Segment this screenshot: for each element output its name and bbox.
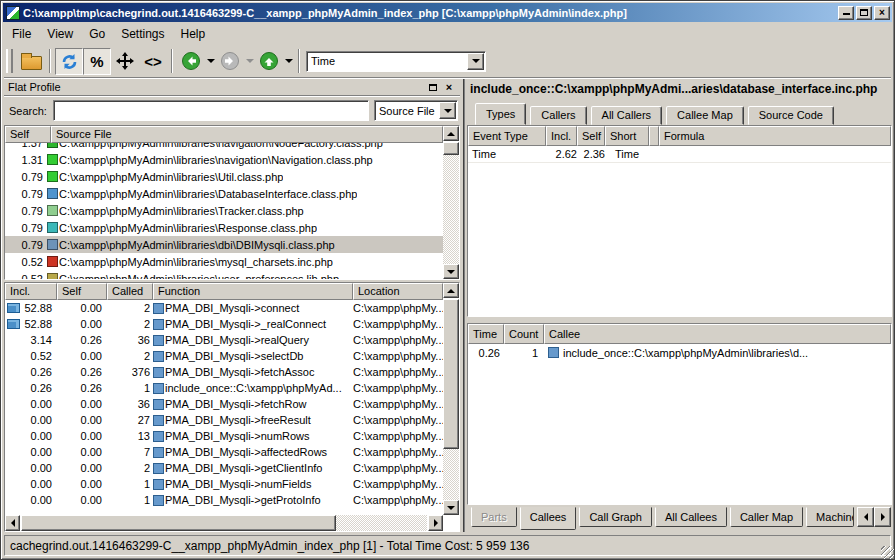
column-header-called[interactable]: Called	[107, 283, 153, 300]
scroll-up-button[interactable]	[443, 126, 459, 141]
column-header-incl[interactable]: Incl.	[5, 283, 57, 300]
function-icon	[153, 495, 164, 506]
column-header-count[interactable]: Count	[504, 324, 544, 344]
tab-parts: Parts	[471, 507, 517, 527]
column-header-self[interactable]: Self	[577, 126, 605, 146]
minimize-button[interactable]	[838, 6, 854, 20]
function-row[interactable]: 0.260.26376PMA_DBI_Mysqli->fetchAssocC:\…	[5, 364, 443, 380]
tab-scroll-right-button[interactable]	[874, 507, 891, 527]
tab-scroll-left-button[interactable]	[857, 507, 874, 527]
column-header-source-file[interactable]: Source File	[51, 126, 443, 143]
column-header-short[interactable]: Short	[605, 126, 649, 146]
function-row[interactable]: 0.000.0036PMA_DBI_Mysqli->fetchRowC:\xam…	[5, 396, 443, 412]
close-panel-button[interactable]: ×	[442, 81, 456, 94]
close-button[interactable]: ×	[874, 6, 890, 20]
column-header-time[interactable]: Time	[468, 324, 504, 344]
source-row[interactable]: 0.79C:\xampp\phpMyAdmin\libraries\Tracke…	[5, 202, 443, 219]
scroll-up-button[interactable]	[443, 283, 459, 298]
toolbar-drag-handle[interactable]	[6, 49, 13, 73]
flat-profile-panel: Flat Profile × Search: Source File Self …	[4, 79, 460, 532]
column-header-self[interactable]: Self	[57, 283, 107, 300]
function-row[interactable]: 0.000.001PMA_DBI_Mysqli->getProtoInfoC:\…	[5, 492, 443, 508]
forward-button[interactable]	[216, 48, 244, 75]
function-row[interactable]: 0.260.261include_once::C:\xampp\phpMyAd.…	[5, 380, 443, 396]
tab-all-callees[interactable]: All Callees	[655, 507, 727, 527]
tab-callee-map[interactable]: Callee Map	[666, 106, 744, 125]
scroll-thumb[interactable]	[21, 515, 336, 531]
back-dropdown[interactable]	[205, 48, 216, 75]
open-button[interactable]	[17, 48, 45, 75]
menu-view[interactable]: View	[39, 25, 81, 43]
function-row[interactable]: 0.520.002PMA_DBI_Mysqli->selectDbC:\xamp…	[5, 348, 443, 364]
tab-source-code[interactable]: Source Code	[748, 106, 834, 125]
event-type-combobox[interactable]: Time	[306, 51, 486, 72]
function-row[interactable]: 0.000.007PMA_DBI_Mysqli->affectedRowsC:\…	[5, 444, 443, 460]
source-row[interactable]: 0.79C:\xampp\phpMyAdmin\libraries\Util.c…	[5, 168, 443, 185]
source-row[interactable]: 1.37C:\xampp\phpMyAdmin\libraries\naviga…	[5, 143, 443, 151]
event-type-row[interactable]: Time 2.62 2.36 Time	[468, 146, 891, 163]
column-header-function[interactable]: Function	[153, 283, 353, 300]
tab-call-graph[interactable]: Call Graph	[579, 507, 652, 527]
source-list-header: Self Source File	[5, 126, 443, 143]
column-header-event-type[interactable]: Event Type	[468, 126, 546, 146]
tab-callees[interactable]: Callees	[520, 507, 577, 530]
forward-dropdown[interactable]	[244, 48, 255, 75]
function-row[interactable]: 52.880.002PMA_DBI_Mysqli->connectC:\xamp…	[5, 300, 443, 316]
move-button[interactable]	[111, 48, 139, 75]
back-button[interactable]	[177, 48, 205, 75]
tab-caller-map[interactable]: Caller Map	[730, 507, 803, 527]
menu-settings[interactable]: Settings	[113, 25, 172, 43]
function-row[interactable]: 0.000.0027PMA_DBI_Mysqli->freeResultC:\x…	[5, 412, 443, 428]
group-combobox[interactable]: Source File	[374, 100, 458, 121]
column-header-formula[interactable]: Formula	[659, 126, 891, 146]
scroll-down-button[interactable]	[443, 264, 459, 279]
tab-callers[interactable]: Callers	[530, 106, 586, 125]
function-row[interactable]: 0.000.001PMA_DBI_Mysqli->numFieldsC:\xam…	[5, 476, 443, 492]
tab-all-callers[interactable]: All Callers	[591, 106, 663, 125]
menu-go[interactable]: Go	[81, 25, 113, 43]
menu-help[interactable]: Help	[173, 25, 214, 43]
column-header-callee[interactable]: Callee	[544, 324, 891, 344]
up-button[interactable]	[255, 48, 283, 75]
float-panel-button[interactable]	[426, 81, 440, 94]
scroll-left-button[interactable]	[5, 515, 20, 531]
source-row-selected[interactable]: 0.79C:\xampp\phpMyAdmin\libraries\dbi\DB…	[5, 236, 443, 253]
source-row[interactable]: 0.79C:\xampp\phpMyAdmin\libraries\Respon…	[5, 219, 443, 236]
scroll-right-button[interactable]	[428, 515, 443, 531]
scroll-thumb[interactable]	[443, 142, 459, 155]
maximize-button[interactable]	[856, 6, 872, 20]
scroll-thumb[interactable]	[443, 299, 459, 449]
tab-machine[interactable]: Machine	[806, 507, 854, 527]
file-icon	[47, 273, 58, 279]
function-row[interactable]: 0.000.002PMA_DBI_Mysqli->getClientInfoC:…	[5, 460, 443, 476]
arrow-up-icon	[447, 289, 455, 293]
toolbar: % <>	[4, 45, 891, 78]
column-header-location[interactable]: Location	[353, 283, 443, 300]
tab-types[interactable]: Types	[475, 103, 526, 125]
source-row[interactable]: 0.79C:\xampp\phpMyAdmin\libraries\Databa…	[5, 185, 443, 202]
resize-grip[interactable]	[881, 546, 894, 559]
scroll-down-button[interactable]	[443, 500, 459, 515]
up-dropdown[interactable]	[283, 48, 294, 75]
percent-button[interactable]: %	[83, 48, 111, 75]
reload-button[interactable]	[55, 48, 83, 75]
function-row[interactable]: 52.880.002PMA_DBI_Mysqli->_realConnectC:…	[5, 316, 443, 332]
relative-cost-button[interactable]: <>	[139, 48, 167, 75]
function-vertical-scrollbar[interactable]	[443, 283, 459, 515]
menu-file[interactable]: File	[4, 25, 39, 43]
column-header-incl[interactable]: Incl.	[546, 126, 577, 146]
source-vertical-scrollbar[interactable]	[443, 126, 459, 279]
combo-dropdown-button[interactable]	[467, 53, 484, 70]
function-row[interactable]: 3.140.2636PMA_DBI_Mysqli->realQueryC:\xa…	[5, 332, 443, 348]
function-horizontal-scrollbar[interactable]	[5, 515, 443, 531]
arrow-right-icon	[881, 513, 885, 521]
source-row[interactable]: 1.31C:\xampp\phpMyAdmin\libraries\naviga…	[5, 151, 443, 168]
source-row[interactable]: 0.52C:\xampp\phpMyAdmin\libraries\user_p…	[5, 270, 443, 279]
search-input[interactable]	[53, 100, 369, 121]
source-row[interactable]: 0.52C:\xampp\phpMyAdmin\libraries\mysql_…	[5, 253, 443, 270]
column-header-self[interactable]: Self	[5, 126, 51, 143]
callee-row[interactable]: 0.26 1 include_once::C:\xampp\phpMyAdmin…	[468, 344, 891, 361]
function-row[interactable]: 0.000.0013PMA_DBI_Mysqli->numRowsC:\xamp…	[5, 428, 443, 444]
detail-title: include_once::C:\xampp\phpMyAdmi...aries…	[470, 82, 889, 96]
combo-dropdown-button[interactable]	[439, 102, 456, 119]
